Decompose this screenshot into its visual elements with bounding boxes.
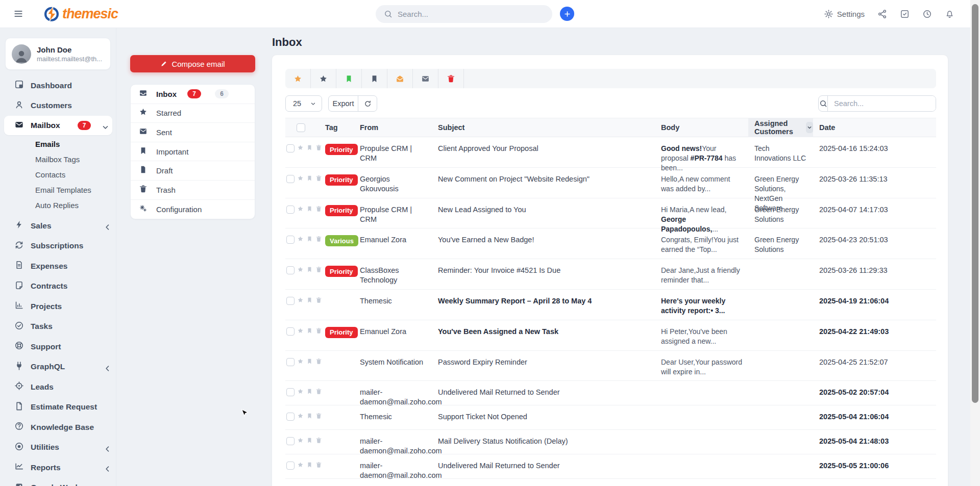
row-checkbox[interactable] bbox=[286, 144, 295, 152]
bookmark-icon[interactable] bbox=[306, 462, 313, 468]
star-icon[interactable] bbox=[297, 144, 304, 151]
row-checkbox[interactable] bbox=[286, 266, 295, 274]
star-gray-action-button[interactable] bbox=[311, 69, 336, 88]
settings-button[interactable]: Settings bbox=[824, 9, 865, 19]
scrollbar-thumb[interactable] bbox=[972, 4, 978, 403]
row-checkbox[interactable] bbox=[286, 175, 295, 183]
bookmark-icon[interactable] bbox=[306, 297, 313, 303]
sidebar-item-reports[interactable]: Reports bbox=[0, 457, 116, 478]
email-row[interactable]: mailer-daemon@mail.zoho.com Undelivered … bbox=[285, 454, 936, 479]
sidebar-item-projects[interactable]: Projects bbox=[0, 296, 116, 317]
star-icon[interactable] bbox=[297, 413, 304, 419]
email-row[interactable]: Priority Georgios Gkouvousis New Comment… bbox=[285, 168, 936, 198]
sidebar-item-estimate-request[interactable]: Estimate Request bbox=[0, 397, 116, 418]
row-checkbox[interactable] bbox=[286, 206, 295, 214]
sidebar-item-mailbox[interactable]: Mailbox7 bbox=[4, 116, 112, 135]
sort-chevron-button[interactable] bbox=[806, 122, 813, 133]
email-subject[interactable]: You've Been Assigned a New Task bbox=[432, 320, 655, 350]
email-from[interactable]: Emanuel Zora bbox=[354, 228, 432, 259]
bookmark-green-action-button[interactable] bbox=[336, 69, 362, 88]
column-header-date[interactable]: Date bbox=[813, 118, 936, 137]
sidebar-item-sales[interactable]: Sales bbox=[0, 216, 116, 236]
star-orange-action-button[interactable] bbox=[285, 69, 311, 88]
bookmark-icon[interactable] bbox=[306, 388, 313, 395]
bookmark-icon[interactable] bbox=[306, 358, 313, 365]
column-header-subject[interactable]: Subject bbox=[432, 118, 655, 137]
column-header-from[interactable]: From bbox=[354, 118, 432, 137]
sidebar-item-graphql[interactable]: GraphQL bbox=[0, 357, 116, 377]
email-subject[interactable]: Undelivered Mail Returned to Sender bbox=[432, 381, 655, 405]
email-subject[interactable]: You've Earned a New Badge! bbox=[432, 228, 655, 259]
email-row[interactable]: Priority Emanuel Zora You've Been Assign… bbox=[285, 320, 936, 351]
email-row[interactable]: Various Emanuel Zora You've Earned a New… bbox=[285, 228, 936, 259]
email-from[interactable]: Georgios Gkouvousis bbox=[354, 168, 432, 198]
folder-item-sent[interactable]: Sent bbox=[131, 123, 255, 142]
bookmark-icon[interactable] bbox=[306, 175, 313, 182]
star-icon[interactable] bbox=[297, 437, 304, 444]
compose-email-button[interactable]: Compose email bbox=[130, 55, 255, 72]
table-search-input[interactable] bbox=[828, 96, 936, 111]
email-subject[interactable]: Client Approved Your Proposal bbox=[432, 137, 655, 167]
star-icon[interactable] bbox=[297, 462, 304, 468]
email-subject[interactable]: Reminder: Your Invoice #4521 Is Due bbox=[432, 259, 655, 289]
email-row[interactable]: System Notification Password Expiry Remi… bbox=[285, 351, 936, 381]
export-button[interactable]: Export bbox=[329, 96, 358, 111]
email-from[interactable]: Themesic bbox=[354, 405, 432, 429]
sidebar-subitem-mailbox-tags[interactable]: Mailbox Tags bbox=[0, 151, 116, 167]
star-icon[interactable] bbox=[297, 266, 304, 273]
row-checkbox[interactable] bbox=[286, 437, 295, 445]
sidebar-item-subscriptions[interactable]: Subscriptions bbox=[0, 236, 116, 257]
email-from[interactable]: mailer-daemon@mail.zoho.com bbox=[354, 454, 432, 478]
email-subject[interactable]: New Lead Assigned to You bbox=[432, 198, 655, 228]
row-checkbox[interactable] bbox=[286, 358, 295, 366]
star-icon[interactable] bbox=[297, 388, 304, 395]
sidebar-item-google-workspace[interactable]: Google Workspace bbox=[0, 478, 116, 486]
email-from[interactable]: mailer-daemon@mail.zoho.com bbox=[354, 430, 432, 454]
row-checkbox[interactable] bbox=[286, 297, 295, 305]
bookmark-icon[interactable] bbox=[306, 266, 313, 273]
email-subject[interactable]: Undelivered Mail Returned to Sender bbox=[432, 454, 655, 478]
email-row[interactable]: Priority Propulse CRM | CRM New Lead Ass… bbox=[285, 198, 936, 229]
sidebar-subitem-emails[interactable]: Emails bbox=[0, 136, 116, 151]
email-subject[interactable]: Mail Delivery Status Notification (Delay… bbox=[432, 430, 655, 454]
per-page-select[interactable]: 25 bbox=[285, 95, 322, 112]
email-from[interactable]: Propulse CRM | CRM bbox=[354, 137, 432, 167]
column-header-body[interactable]: Body bbox=[655, 118, 748, 137]
select-all-checkbox[interactable] bbox=[297, 123, 305, 132]
star-icon[interactable] bbox=[297, 327, 304, 334]
sidebar-item-dashboard[interactable]: Dashboard bbox=[0, 75, 116, 96]
email-from[interactable]: System Notification bbox=[354, 351, 432, 381]
trash-red-action-button[interactable] bbox=[438, 69, 464, 88]
bookmark-icon[interactable] bbox=[306, 327, 313, 334]
bookmark-gray-action-button[interactable] bbox=[362, 69, 387, 88]
email-subject[interactable]: Password Expiry Reminder bbox=[432, 351, 655, 381]
global-search[interactable] bbox=[376, 5, 552, 23]
email-row[interactable]: Priority ClassBoxes Technology Reminder:… bbox=[285, 259, 936, 290]
email-row[interactable]: mailer-daemon@mail.zoho.com Mail Deliver… bbox=[285, 430, 936, 454]
folder-item-inbox[interactable]: Inbox76 bbox=[131, 85, 255, 104]
email-subject[interactable]: Weekly Summary Report – April 28 to May … bbox=[432, 290, 655, 320]
row-checkbox[interactable] bbox=[286, 236, 295, 244]
global-search-input[interactable] bbox=[398, 10, 535, 18]
sidebar-subitem-contacts[interactable]: Contacts bbox=[0, 167, 116, 182]
star-icon[interactable] bbox=[297, 206, 304, 212]
star-icon[interactable] bbox=[297, 358, 304, 365]
envelope-gray-action-button[interactable] bbox=[413, 69, 438, 88]
row-checkbox[interactable] bbox=[286, 413, 295, 421]
email-subject[interactable]: New Comment on Project "Website Redesign… bbox=[432, 168, 655, 198]
envelope-orange-action-button[interactable] bbox=[387, 69, 413, 88]
email-from[interactable]: Emanuel Zora bbox=[354, 320, 432, 350]
email-row[interactable]: Themesic Weekly Summary Report – April 2… bbox=[285, 290, 936, 320]
sidebar-item-knowledge-base[interactable]: Knowledge Base bbox=[0, 417, 116, 438]
folder-item-configuration[interactable]: Configuration bbox=[131, 200, 255, 219]
sidebar-item-customers[interactable]: Customers bbox=[0, 96, 116, 116]
star-icon[interactable] bbox=[297, 236, 304, 242]
email-from[interactable]: mailer-daemon@mail.zoho.com bbox=[354, 381, 432, 405]
star-icon[interactable] bbox=[297, 297, 304, 303]
todo-button[interactable] bbox=[900, 9, 910, 19]
refresh-button[interactable] bbox=[358, 96, 377, 111]
folder-item-trash[interactable]: Trash bbox=[131, 181, 255, 200]
email-row[interactable]: Themesic Support Ticket Not Opened 2025-… bbox=[285, 405, 936, 430]
sidebar-item-support[interactable]: Support bbox=[0, 337, 116, 357]
sidebar-subitem-auto-replies[interactable]: Auto Replies bbox=[0, 197, 116, 213]
